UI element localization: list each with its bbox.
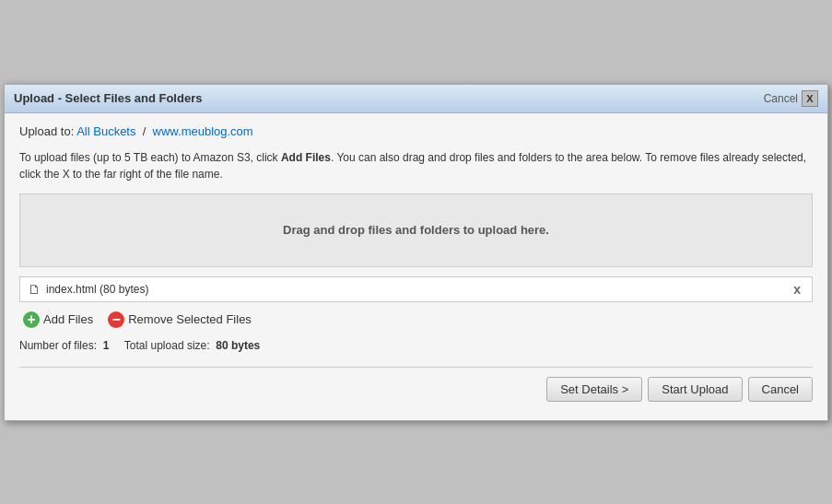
dropzone-text: Drag and drop files and folders to uploa… <box>283 223 549 237</box>
table-row: 🗋 index.html (80 bytes) x <box>20 277 812 301</box>
add-files-button[interactable]: + Add Files <box>19 310 97 330</box>
file-list: 🗋 index.html (80 bytes) x <box>19 276 813 302</box>
file-icon: 🗋 <box>28 282 41 297</box>
label-files: Number of files: <box>19 339 97 352</box>
file-remove-button[interactable]: x <box>790 282 804 297</box>
add-icon: + <box>23 311 40 328</box>
add-files-label: Add Files <box>43 312 93 326</box>
divider <box>19 367 813 368</box>
title-bar-actions: Cancel X <box>764 90 818 107</box>
footer-buttons: Set Details > Start Upload Cancel <box>19 377 813 409</box>
destination-link[interactable]: www.meublog.com <box>153 124 253 138</box>
dropzone[interactable]: Drag and drop files and folders to uploa… <box>19 193 813 267</box>
remove-icon: − <box>108 311 124 328</box>
all-buckets-link[interactable]: All Buckets <box>76 124 135 138</box>
start-upload-button[interactable]: Start Upload <box>648 377 742 402</box>
cancel-button[interactable]: Cancel <box>748 377 813 402</box>
info-add-files-bold: Add Files <box>281 151 331 164</box>
dialog-title: Upload - Select Files and Folders <box>14 91 202 105</box>
dialog-body: Upload to: All Buckets / www.meublog.com… <box>5 113 827 420</box>
stats-row: Number of files: 1 Total upload size: 80… <box>19 339 813 352</box>
upload-to-label: Upload to: <box>19 124 74 138</box>
file-count: 1 <box>103 339 110 352</box>
file-name: index.html (80 bytes) <box>46 283 790 296</box>
title-bar: Upload - Select Files and Folders Cancel… <box>5 85 827 113</box>
set-details-button[interactable]: Set Details > <box>546 377 642 402</box>
upload-to-row: Upload to: All Buckets / www.meublog.com <box>19 124 813 138</box>
remove-selected-label: Remove Selected Files <box>128 312 252 326</box>
title-cancel-link[interactable]: Cancel <box>764 92 798 105</box>
close-button[interactable]: X <box>802 90 818 107</box>
remove-selected-button[interactable]: − Remove Selected Files <box>104 310 255 330</box>
upload-dialog: Upload - Select Files and Folders Cancel… <box>4 84 828 421</box>
info-part1: To upload files (up to 5 TB each) to Ama… <box>19 151 281 164</box>
total-size: 80 bytes <box>216 339 260 352</box>
info-text: To upload files (up to 5 TB each) to Ama… <box>19 149 813 182</box>
action-buttons: + Add Files − Remove Selected Files <box>19 310 813 330</box>
label-size: Total upload size: <box>124 339 210 352</box>
separator: / <box>143 124 146 138</box>
